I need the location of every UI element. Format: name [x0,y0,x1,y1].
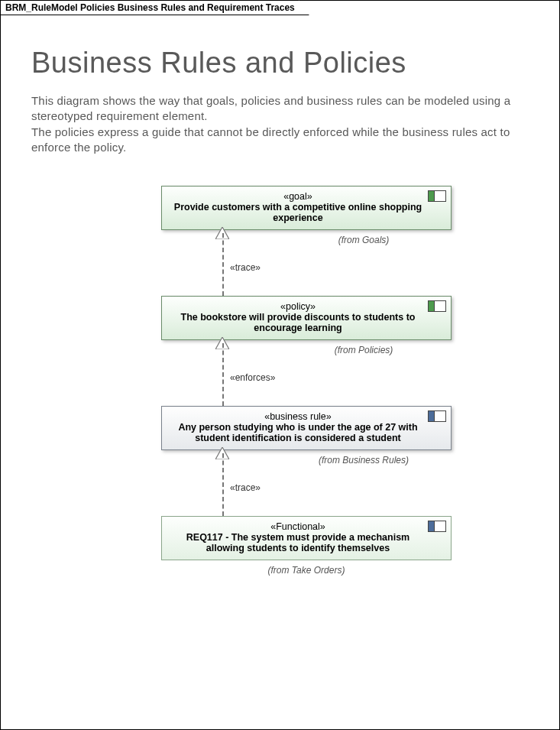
content-area: Business Rules and Policies This diagram… [1,1,559,592]
functional-from: (from Take Orders) [108,565,505,576]
functional-stereotype: «Functional» [171,521,425,532]
connector-label: «enforces» [230,372,275,383]
policy-from: (from Policies) [222,345,505,355]
rule-label: Any person studying who is under the age… [171,422,425,443]
connector-label: «trace» [230,262,261,273]
dashed-line [222,233,224,296]
description-line-2: The policies express a guide that cannot… [31,125,510,154]
rule-from: (from Business Rules) [222,455,505,466]
requirement-icon [428,410,446,422]
diagram-tab: BRM_RuleModel Policies Business Rules an… [0,0,309,15]
policy-node[interactable]: «policy» The bookstore will provide disc… [161,296,452,340]
functional-node[interactable]: «Functional» REQ117 - The system must pr… [161,516,452,560]
connector-label: «trace» [230,482,261,493]
goal-from: (from Goals) [222,235,505,245]
business-rule-node[interactable]: «business rule» Any person studying who … [161,406,452,450]
dashed-line [222,343,224,406]
diagram-canvas: «goal» Provide customers with a competit… [108,186,505,576]
goal-stereotype: «goal» [171,191,425,202]
connector-enforces: «enforces» [108,357,505,406]
requirement-icon [428,521,446,532]
connector-trace-2: «trace» [108,467,505,516]
page-title: Business Rules and Policies [31,47,529,79]
rule-stereotype: «business rule» [171,411,425,422]
dashed-line [222,453,224,516]
policy-stereotype: «policy» [171,301,425,312]
description: This diagram shows the way that goals, p… [31,93,529,155]
goal-label: Provide customers with a competitive onl… [171,202,425,223]
requirement-icon [428,300,446,312]
policy-label: The bookstore will provide discounts to … [171,312,425,333]
requirement-icon [428,190,446,202]
goal-node[interactable]: «goal» Provide customers with a competit… [161,186,452,230]
connector-trace-1: «trace» [108,247,505,296]
diagram-page: BRM_RuleModel Policies Business Rules an… [0,0,560,730]
functional-label: REQ117 - The system must provide a mecha… [171,532,425,553]
description-line-1: This diagram shows the way that goals, p… [31,94,510,122]
